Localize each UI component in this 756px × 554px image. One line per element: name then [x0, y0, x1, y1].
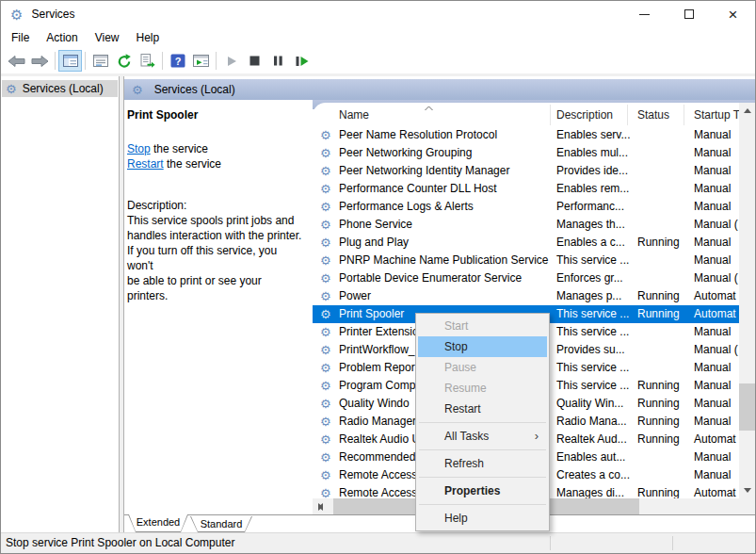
- cell-description: Quality Win...: [551, 395, 631, 413]
- context-menu-item-refresh[interactable]: Refresh: [418, 453, 547, 474]
- scroll-right-icon: [318, 503, 323, 511]
- context-menu-separator: [419, 422, 546, 423]
- back-icon: [8, 55, 25, 68]
- cell-name: Peer Name Resolution Protocol: [313, 126, 551, 144]
- refresh-button[interactable]: [112, 50, 136, 72]
- menu-view[interactable]: View: [87, 28, 128, 47]
- cell-startup: Manual: [684, 413, 739, 431]
- minimize-button[interactable]: [622, 1, 667, 27]
- pause-service-button[interactable]: [266, 50, 290, 72]
- stop-service-suffix: the service: [151, 142, 208, 155]
- toolbar-separator: [55, 52, 56, 70]
- stop-service-line: Stop the service: [127, 141, 305, 156]
- submenu-arrow-icon: ›: [535, 426, 539, 447]
- pause-service-icon: [273, 56, 283, 66]
- context-menu-item-properties[interactable]: Properties: [418, 481, 547, 501]
- properties-button[interactable]: [88, 50, 112, 72]
- stop-service-link[interactable]: Stop: [127, 142, 151, 155]
- cell-status: Running: [628, 305, 684, 323]
- cell-startup: Manual: [684, 377, 739, 395]
- action-pane-button[interactable]: [189, 50, 213, 72]
- description-line: If you turn off this service, you won't: [127, 243, 305, 273]
- show-console-tree-button[interactable]: [58, 50, 82, 72]
- cell-description: This service ...: [551, 377, 631, 395]
- cell-startup: Manual: [684, 466, 739, 484]
- close-button[interactable]: ×: [711, 1, 755, 27]
- context-menu-item-stop[interactable]: Stop: [418, 336, 547, 357]
- console-tree-panel: ⚙ Services (Local): [1, 76, 120, 532]
- context-menu-item-start: Start: [418, 316, 547, 336]
- menubar: File Action View Help: [1, 27, 755, 48]
- cell-status: [628, 448, 684, 466]
- menu-file[interactable]: File: [3, 28, 38, 47]
- table-row[interactable]: ⚙Phone ServiceManages th...Manual (: [313, 216, 739, 234]
- table-row[interactable]: ⚙Performance Logs & AlertsPerformanc...M…: [313, 198, 739, 216]
- export-list-button[interactable]: [136, 50, 159, 72]
- cell-description: Manages di...: [551, 484, 631, 498]
- all-tasks-label: All Tasks: [444, 430, 489, 443]
- cell-name: Performance Counter DLL Host: [313, 180, 551, 198]
- vertical-scrollbar[interactable]: [739, 103, 755, 498]
- maximize-button[interactable]: [667, 1, 711, 27]
- cell-status: Running: [628, 234, 684, 252]
- cell-startup: Manual: [684, 126, 739, 144]
- cell-startup: Manual: [684, 395, 739, 413]
- start-service-icon: [226, 56, 237, 67]
- context-menu-item-restart[interactable]: Restart: [418, 399, 547, 419]
- tab-extended[interactable]: Extended: [128, 514, 188, 532]
- table-row[interactable]: ⚙Plug and PlayEnables a c...RunningManua…: [313, 234, 739, 252]
- help-button[interactable]: ?: [166, 50, 189, 72]
- cell-description: Performanc...: [551, 198, 631, 216]
- restart-service-button[interactable]: [290, 50, 314, 72]
- context-menu: Start Stop Pause Resume Restart All Task…: [415, 313, 550, 531]
- scroll-down-button[interactable]: [739, 482, 755, 498]
- context-menu-item-help[interactable]: Help: [418, 508, 547, 529]
- cell-startup: Manual: [684, 252, 739, 269]
- vertical-scrollbar-thumb[interactable]: [739, 383, 755, 431]
- context-menu-item-all-tasks[interactable]: All Tasks›: [418, 426, 547, 447]
- table-row[interactable]: ⚙PNRP Machine Name Publication ServiceTh…: [313, 252, 739, 269]
- cell-description: Enables a c...: [551, 234, 631, 252]
- start-service-button[interactable]: [219, 50, 243, 72]
- table-row[interactable]: ⚙Peer Name Resolution ProtocolEnables se…: [313, 126, 739, 144]
- column-header-description[interactable]: Description: [551, 105, 628, 125]
- statusbar-divider: [672, 536, 673, 550]
- table-row[interactable]: ⚙Peer Networking Identity ManagerProvide…: [313, 162, 739, 180]
- menu-action[interactable]: Action: [38, 28, 86, 47]
- stop-service-button[interactable]: [243, 50, 266, 72]
- restart-service-icon: [296, 56, 309, 67]
- cell-startup: Manual: [684, 448, 739, 466]
- context-menu-item-resume: Resume: [418, 378, 547, 399]
- description-line: be able to print or see your printers.: [127, 273, 305, 303]
- cell-startup: Manual (: [684, 269, 739, 287]
- cell-name: Power: [313, 287, 551, 305]
- pane-header: ⚙ Services (Local): [124, 79, 755, 100]
- scroll-up-button[interactable]: [739, 103, 755, 119]
- cell-status: [628, 323, 684, 341]
- cell-description: Creates a co...: [551, 466, 631, 484]
- table-row[interactable]: ⚙PowerManages p...RunningAutomat: [313, 287, 739, 305]
- restart-service-link[interactable]: Restart: [127, 157, 164, 171]
- scroll-right-button[interactable]: [313, 498, 329, 514]
- cell-startup: Manual: [684, 180, 739, 198]
- cell-description: Manages th...: [551, 216, 631, 234]
- cell-name: Peer Networking Grouping: [313, 144, 551, 162]
- table-row[interactable]: ⚙Peer Networking GroupingEnables mul...M…: [313, 144, 739, 162]
- back-button[interactable]: [5, 50, 28, 72]
- forward-button[interactable]: [28, 50, 52, 72]
- cell-startup: Manual: [684, 198, 739, 216]
- cell-startup: Manual: [684, 162, 739, 180]
- column-header-startup-type[interactable]: Startup T: [684, 105, 742, 125]
- column-header-status[interactable]: Status: [628, 105, 684, 125]
- pane-header-gear-icon: ⚙: [132, 84, 143, 96]
- menu-help[interactable]: Help: [128, 28, 169, 47]
- table-row[interactable]: ⚙Portable Device Enumerator ServiceEnfor…: [313, 269, 739, 287]
- cell-startup: Manual: [684, 359, 739, 377]
- tree-item-services-local[interactable]: ⚙ Services (Local): [2, 80, 118, 97]
- cell-startup: Automat: [684, 431, 739, 448]
- cell-description: Provides su...: [551, 341, 631, 359]
- table-row[interactable]: ⚙Performance Counter DLL HostEnables rem…: [313, 180, 739, 198]
- restart-service-line: Restart the service: [127, 156, 305, 171]
- cell-status: [628, 252, 684, 269]
- tab-standard[interactable]: Standard: [190, 516, 252, 532]
